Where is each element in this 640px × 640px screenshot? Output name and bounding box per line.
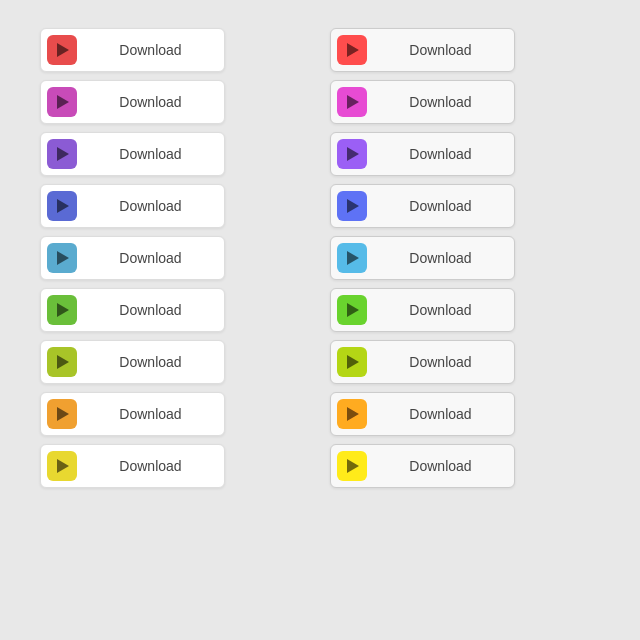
download-button-normal-violet[interactable]: Download bbox=[40, 132, 225, 176]
download-button-normal-lime[interactable]: Download bbox=[40, 340, 225, 384]
btn-label-hover-red: Download bbox=[377, 42, 504, 58]
download-button-hover-pink[interactable]: Download bbox=[330, 80, 515, 124]
btn-label-hover-yellow: Download bbox=[377, 458, 504, 474]
hover-column: Download Download Download Download Down… bbox=[330, 28, 600, 488]
btn-label-normal-yellow: Download bbox=[87, 458, 214, 474]
btn-label-hover-blue: Download bbox=[377, 250, 504, 266]
lime-icon-normal bbox=[47, 347, 77, 377]
lime-icon-hover bbox=[337, 347, 367, 377]
btn-label-normal-blue: Download bbox=[87, 250, 214, 266]
btn-label-normal-orange: Download bbox=[87, 406, 214, 422]
blue-icon-normal bbox=[47, 243, 77, 273]
download-button-hover-indigo[interactable]: Download bbox=[330, 184, 515, 228]
download-button-hover-lime[interactable]: Download bbox=[330, 340, 515, 384]
download-button-normal-blue[interactable]: Download bbox=[40, 236, 225, 280]
download-button-hover-red[interactable]: Download bbox=[330, 28, 515, 72]
btn-label-normal-green: Download bbox=[87, 302, 214, 318]
red-icon-normal bbox=[47, 35, 77, 65]
orange-icon-hover bbox=[337, 399, 367, 429]
download-button-hover-blue[interactable]: Download bbox=[330, 236, 515, 280]
orange-icon-normal bbox=[47, 399, 77, 429]
btn-label-normal-pink: Download bbox=[87, 94, 214, 110]
normal-column: Download Download Download Download Down… bbox=[40, 28, 310, 488]
blue-icon-hover bbox=[337, 243, 367, 273]
btn-label-normal-red: Download bbox=[87, 42, 214, 58]
download-button-normal-pink[interactable]: Download bbox=[40, 80, 225, 124]
download-button-hover-green[interactable]: Download bbox=[330, 288, 515, 332]
download-button-normal-yellow[interactable]: Download bbox=[40, 444, 225, 488]
btn-label-normal-lime: Download bbox=[87, 354, 214, 370]
download-button-normal-indigo[interactable]: Download bbox=[40, 184, 225, 228]
indigo-icon-hover bbox=[337, 191, 367, 221]
btn-label-hover-pink: Download bbox=[377, 94, 504, 110]
download-button-normal-green[interactable]: Download bbox=[40, 288, 225, 332]
violet-icon-normal bbox=[47, 139, 77, 169]
red-icon-hover bbox=[337, 35, 367, 65]
download-button-normal-red[interactable]: Download bbox=[40, 28, 225, 72]
yellow-icon-normal bbox=[47, 451, 77, 481]
green-icon-normal bbox=[47, 295, 77, 325]
btn-label-hover-indigo: Download bbox=[377, 198, 504, 214]
indigo-icon-normal bbox=[47, 191, 77, 221]
pink-icon-hover bbox=[337, 87, 367, 117]
btn-label-hover-lime: Download bbox=[377, 354, 504, 370]
green-icon-hover bbox=[337, 295, 367, 325]
btn-label-hover-orange: Download bbox=[377, 406, 504, 422]
btn-label-hover-violet: Download bbox=[377, 146, 504, 162]
buttons-grid: Download Download Download Download Down… bbox=[40, 28, 600, 488]
yellow-icon-hover bbox=[337, 451, 367, 481]
violet-icon-hover bbox=[337, 139, 367, 169]
download-button-hover-violet[interactable]: Download bbox=[330, 132, 515, 176]
pink-icon-normal bbox=[47, 87, 77, 117]
download-button-normal-orange[interactable]: Download bbox=[40, 392, 225, 436]
btn-label-normal-indigo: Download bbox=[87, 198, 214, 214]
download-button-hover-orange[interactable]: Download bbox=[330, 392, 515, 436]
download-button-hover-yellow[interactable]: Download bbox=[330, 444, 515, 488]
btn-label-normal-violet: Download bbox=[87, 146, 214, 162]
btn-label-hover-green: Download bbox=[377, 302, 504, 318]
